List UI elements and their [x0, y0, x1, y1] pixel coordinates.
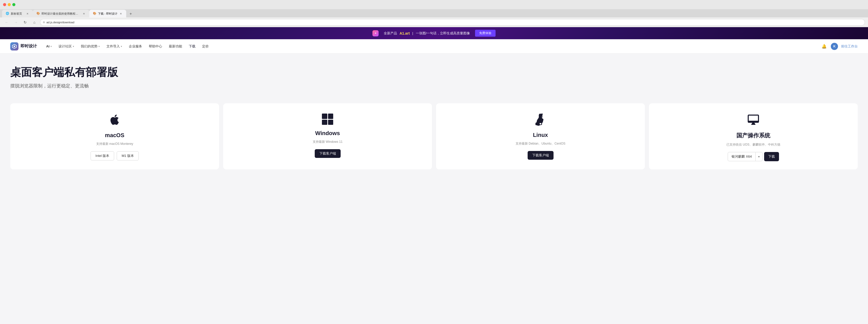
logo[interactable]: 即时设计 — [10, 42, 37, 51]
browser-titlebar — [0, 0, 868, 9]
tab-close-2[interactable]: ✕ — [82, 12, 86, 15]
banner-text: 全新产品 A1.art | 一张图/一句话，立即生成高质量图像 — [384, 31, 470, 36]
nav-advantages-label: 我们的优势 — [81, 44, 97, 49]
security-icon: ⊙ — [43, 21, 45, 24]
nav-help-label: 帮助中心 — [149, 44, 162, 49]
nav-item-download[interactable]: 下载 — [186, 42, 198, 50]
windows-subtitle: 支持最新 Windows 11 — [313, 140, 343, 144]
minimize-window-button[interactable] — [8, 3, 11, 6]
navbar: 即时设计 Ai ▾ 设计社区 ▾ 我们的优势 ▾ 文件导入 ▾ 企业服务 — [0, 39, 868, 54]
nav-item-pricing[interactable]: 定价 — [199, 42, 212, 50]
domestic-os-title: 国产操作系统 — [736, 132, 770, 139]
nav-import-chevron: ▾ — [121, 45, 122, 48]
close-window-button[interactable] — [3, 3, 6, 6]
workspace-link[interactable]: 前往工作台 — [841, 44, 858, 49]
domestic-os-subtitle: 已支持统信 UOS、麒麟软件、中科方德 — [726, 142, 780, 147]
domestic-os-download-button[interactable]: 下载 — [764, 152, 779, 161]
nav-download-label: 下载 — [189, 44, 195, 49]
tab-title-1: 新标签页 — [11, 12, 24, 15]
macos-intel-button[interactable]: Intel 版本 — [91, 151, 114, 160]
nav-right: 🔔 K 前往工作台 — [820, 43, 858, 50]
monitor-icon — [747, 114, 760, 128]
nav-ai-label: Ai — [46, 44, 50, 48]
banner-product-name: A1.art — [400, 31, 410, 35]
linux-title: Linux — [533, 132, 548, 138]
windows-buttons: 下载客户端 — [315, 149, 341, 158]
user-avatar[interactable]: K — [831, 43, 838, 50]
traffic-lights — [3, 3, 16, 6]
banner-logo-text: ✦ — [374, 32, 376, 35]
nav-enterprise-label: 企业服务 — [129, 44, 142, 49]
domestic-os-card: 国产操作系统 已支持统信 UOS、麒麟软件、中科方德 银河麒麟 X64 ▾ 下载 — [649, 103, 858, 169]
browser-chrome: 🌐 新标签页 ✕ 🎨 即时设计最全面的使用教程来… ✕ 🎨 下载 - 即时设计 … — [0, 0, 868, 27]
download-cards-section: macOS 支持最新 macOS Monterey Intel 版本 M1 版本… — [0, 97, 868, 182]
banner-description: 一张图/一句话，立即生成高质量图像 — [416, 31, 470, 36]
nav-ai-chevron: ▾ — [51, 45, 52, 48]
nav-item-help[interactable]: 帮助中心 — [146, 42, 165, 50]
fullscreen-window-button[interactable] — [12, 3, 16, 6]
tab-close-1[interactable]: ✕ — [26, 12, 29, 15]
tab-close-3[interactable]: ✕ — [119, 12, 123, 15]
page-title: 桌面客户端私有部署版 — [10, 66, 858, 79]
apple-icon — [108, 114, 121, 128]
url-text: ad.js.design/download — [46, 21, 74, 24]
notification-bell-button[interactable]: 🔔 — [820, 43, 828, 50]
nav-community-chevron: ▾ — [73, 45, 74, 48]
macos-m1-button[interactable]: M1 版本 — [117, 151, 139, 160]
nav-pricing-label: 定价 — [202, 44, 209, 49]
macos-title: macOS — [105, 132, 124, 139]
tab-favicon-2: 🎨 — [36, 12, 40, 15]
nav-items: Ai ▾ 设计社区 ▾ 我们的优势 ▾ 文件导入 ▾ 企业服务 帮助中心 — [43, 42, 820, 50]
tab-title-2: 即时设计最全面的使用教程来… — [41, 12, 81, 15]
macos-buttons: Intel 版本 M1 版本 — [91, 151, 139, 160]
windows-icon — [322, 114, 333, 126]
banner-divider: | — [412, 31, 413, 35]
tab-title-3: 下载 - 即时设计 — [98, 12, 118, 15]
linux-subtitle: 支持最新 Debian、Ubuntu、CentOS — [516, 141, 566, 146]
promo-banner: ✦ 全新产品 A1.art | 一张图/一句话，立即生成高质量图像 免费体验 — [0, 27, 868, 39]
hero-subtitle: 摆脱浏览器限制，运行更稳定、更流畅 — [10, 83, 858, 89]
tab-tutorial[interactable]: 🎨 即时设计最全面的使用教程来… ✕ — [33, 10, 89, 18]
tab-download[interactable]: 🎨 下载 - 即时设计 ✕ — [89, 10, 126, 18]
nav-community-label: 设计社区 — [59, 44, 72, 49]
nav-item-enterprise[interactable]: 企业服务 — [126, 42, 145, 50]
banner-logo: ✦ — [372, 30, 379, 36]
nav-item-advantages[interactable]: 我们的优势 ▾ — [78, 42, 103, 50]
back-button[interactable]: ← — [3, 19, 10, 26]
svg-point-1 — [13, 45, 15, 47]
linux-icon — [534, 114, 547, 128]
banner-prefix: 全新产品 — [384, 31, 397, 36]
linux-buttons: 下载客户端 — [528, 151, 554, 160]
logo-icon — [10, 42, 19, 51]
domestic-os-select[interactable]: 银河麒麟 X64 — [728, 152, 756, 161]
windows-title: Windows — [315, 130, 340, 137]
nav-advantages-chevron: ▾ — [98, 45, 100, 48]
tab-favicon-1: 🌐 — [6, 12, 9, 15]
macos-card: macOS 支持最新 macOS Monterey Intel 版本 M1 版本 — [10, 103, 219, 169]
banner-cta-button[interactable]: 免费体验 — [475, 30, 496, 37]
domestic-os-dropdown-arrow[interactable]: ▾ — [756, 152, 763, 161]
nav-import-label: 文件导入 — [106, 44, 120, 49]
page-content: ✦ 全新产品 A1.art | 一张图/一句话，立即生成高质量图像 免费体验 即… — [0, 27, 868, 324]
address-bar[interactable]: ⊙ ad.js.design/download — [40, 19, 865, 26]
logo-text: 即时设计 — [21, 43, 37, 49]
tabs-bar: 🌐 新标签页 ✕ 🎨 即时设计最全面的使用教程来… ✕ 🎨 下载 - 即时设计 … — [0, 9, 868, 18]
reload-button[interactable]: ↻ — [22, 19, 29, 26]
nav-item-ai[interactable]: Ai ▾ — [43, 43, 55, 50]
windows-download-button[interactable]: 下载客户端 — [315, 149, 341, 158]
nav-features-label: 最新功能 — [169, 44, 182, 49]
linux-download-button[interactable]: 下载客户端 — [528, 151, 554, 160]
domestic-os-dropdown-group: 银河麒麟 X64 ▾ 下载 — [728, 152, 779, 161]
nav-item-community[interactable]: 设计社区 ▾ — [55, 42, 77, 50]
nav-item-import[interactable]: 文件导入 ▾ — [103, 42, 125, 50]
linux-card: Linux 支持最新 Debian、Ubuntu、CentOS 下载客户端 — [436, 103, 645, 169]
nav-item-features[interactable]: 最新功能 — [166, 42, 185, 50]
tab-favicon-3: 🎨 — [93, 12, 96, 15]
browser-toolbar: ← → ↻ ⌂ ⊙ ad.js.design/download — [0, 18, 868, 27]
tab-new-tab[interactable]: 🌐 新标签页 ✕ — [2, 10, 33, 18]
domestic-os-buttons: 银河麒麟 X64 ▾ 下载 — [728, 152, 779, 161]
new-tab-button[interactable]: + — [127, 10, 134, 18]
windows-card: Windows 支持最新 Windows 11 下载客户端 — [223, 103, 432, 169]
home-button[interactable]: ⌂ — [31, 19, 38, 26]
forward-button[interactable]: → — [12, 19, 20, 26]
